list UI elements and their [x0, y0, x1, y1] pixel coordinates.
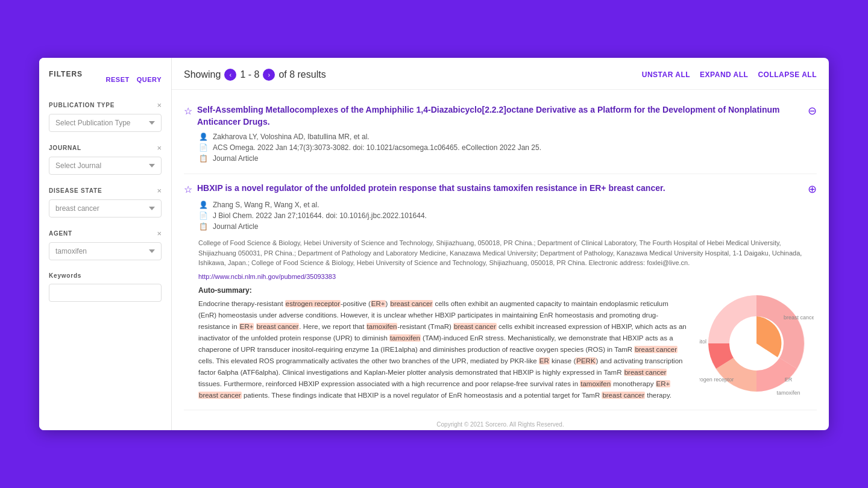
publication-type-filter: PUBLICATION TYPE × Select Publication Ty…	[49, 101, 162, 132]
highlight-breast-cancer-3: breast cancer	[453, 323, 497, 330]
journal-close[interactable]: ×	[157, 144, 162, 152]
svg-text:tamoxifen: tamoxifen	[776, 390, 800, 396]
agent-close[interactable]: ×	[157, 230, 162, 237]
table-row: ☆ HBXIP is a novel regulator of the unfo…	[184, 174, 817, 410]
agent-select[interactable]: tamoxifen	[49, 242, 162, 260]
publication-type-label: PUBLICATION TYPE	[49, 102, 115, 108]
next-page-button[interactable]: ›	[263, 69, 275, 81]
svg-text:breast cancer: breast cancer	[784, 314, 814, 321]
disease-state-close[interactable]: ×	[157, 187, 162, 195]
copyright-bar: Copyright © 2021 Sorcero. All Rights Res…	[172, 416, 829, 430]
agent-label: AGENT	[49, 230, 72, 237]
top-bar-actions: UNSTAR ALL EXPAND ALL COLLAPSE ALL	[642, 70, 817, 79]
result-meta: 👤 Zhang S, Wang R, Wang X, et al. 📄 J Bi…	[198, 201, 817, 231]
publication-type-close[interactable]: ×	[157, 101, 162, 109]
collapse-all-button[interactable]: COLLAPSE ALL	[758, 70, 817, 79]
type-icon: 📋	[198, 222, 208, 231]
authors-text: Zakharova LY, Voloshina AD, Ibatullina M…	[213, 133, 370, 141]
keywords-label: Keywords	[49, 272, 162, 279]
main-content: Showing ‹ 1 - 8 › of 8 results UNSTAR AL…	[172, 58, 829, 430]
disease-state-select[interactable]: breast cancer	[49, 199, 162, 217]
highlight-tamoxifen-1: tamoxifen	[366, 323, 398, 330]
journal-icon: 📄	[198, 211, 208, 220]
article-expanded: College of Food Science & Biology, Hebei…	[198, 238, 817, 401]
journal-text: J Biol Chem. 2022 Jan 27;101644. doi: 10…	[213, 211, 427, 220]
highlight-tamoxifen-3: tamoxifen	[580, 380, 611, 387]
total-results: of 8 results	[278, 69, 326, 80]
journal-text: ACS Omega. 2022 Jan 14;7(3):3073-3082. d…	[213, 143, 541, 152]
result-title[interactable]: HBXIP is a novel regulator of the unfold…	[197, 183, 798, 195]
page-range: 1 - 8	[240, 69, 259, 80]
highlight-breast-cancer-4: breast cancer	[634, 346, 678, 353]
result-meta: 👤 Zakharova LY, Voloshina AD, Ibatullina…	[198, 133, 817, 163]
journal-filter: JOURNAL × Select Journal	[49, 144, 162, 175]
disease-state-label: DISEASE STATE	[49, 187, 102, 194]
highlight-breast-cancer-6: breast cancer	[198, 392, 242, 399]
highlight-er-plus-2: ER+	[239, 323, 254, 330]
keywords-input[interactable]	[49, 284, 162, 302]
highlight-breast-cancer-2: breast cancer	[256, 323, 300, 330]
disease-state-filter: DISEASE STATE × breast cancer	[49, 187, 162, 217]
author-icon: 👤	[198, 201, 208, 209]
keywords-filter: Keywords	[49, 272, 162, 302]
type-text: Journal Article	[213, 154, 258, 163]
showing-info: Showing ‹ 1 - 8 › of 8 results	[184, 69, 326, 81]
author-icon: 👤	[198, 133, 208, 141]
svg-text:ER: ER	[785, 377, 793, 383]
journal-icon: 📄	[198, 143, 208, 152]
highlight-breast-cancer-5: breast cancer	[624, 369, 667, 376]
highlight-breast-cancer-1: breast cancer	[390, 300, 433, 307]
auto-summary-title: Auto-summary:	[198, 286, 687, 295]
chart-column: breast cancer ER estrogen receptor inosi…	[696, 286, 817, 401]
results-list: ☆ Self-Assembling Metallocomplexes of th…	[172, 90, 829, 416]
star-icon[interactable]: ☆	[184, 105, 192, 117]
keyword-chart: breast cancer ER estrogen receptor inosi…	[699, 286, 814, 401]
authors-text: Zhang S, Wang R, Wang X, et al.	[213, 201, 319, 209]
svg-text:inositol: inositol	[699, 339, 706, 345]
highlight-er-plus-3: ER+	[656, 380, 671, 387]
journal-label: JOURNAL	[49, 145, 81, 151]
showing-label: Showing	[184, 69, 221, 80]
table-row: ☆ Self-Assembling Metallocomplexes of th…	[184, 96, 817, 174]
query-button[interactable]: QUERY	[137, 76, 162, 83]
unstar-all-button[interactable]: UNSTAR ALL	[642, 70, 690, 79]
svg-text:estrogen receptor: estrogen receptor	[699, 377, 734, 383]
journal-select[interactable]: Select Journal	[49, 157, 162, 175]
star-icon[interactable]: ☆	[184, 184, 192, 195]
affiliation-text: College of Food Science & Biology, Hebei…	[198, 238, 817, 268]
highlight-er-plus: ER+	[371, 300, 386, 307]
sidebar-title: FILTERS	[49, 70, 83, 78]
auto-summary-text: Endocrine therapy-resistant estrogen rec…	[198, 298, 687, 401]
sidebar: FILTERS RESET QUERY PUBLICATION TYPE × S…	[39, 58, 172, 430]
top-bar: Showing ‹ 1 - 8 › of 8 results UNSTAR AL…	[172, 58, 829, 90]
type-text: Journal Article	[213, 222, 258, 231]
copyright-text: Copyright © 2021 Sorcero. All Rights Res…	[436, 421, 564, 428]
agent-filter: AGENT × tamoxifen	[49, 230, 162, 260]
collapse-button[interactable]: ⊖	[808, 104, 817, 117]
collapse-button[interactable]: ⊕	[808, 183, 817, 196]
article-link[interactable]: http://www.ncbi.nlm.nih.gov/pubmed/35093…	[198, 273, 817, 280]
prev-page-button[interactable]: ‹	[224, 69, 236, 81]
publication-type-select[interactable]: Select Publication Type	[49, 114, 162, 132]
highlight-er-kinase: ER	[539, 357, 550, 364]
reset-button[interactable]: RESET	[106, 76, 130, 83]
highlight-estrogen-receptor: estrogen receptor	[285, 300, 341, 307]
highlight-perk: PERK	[576, 357, 596, 364]
highlight-tamoxifen-2: tamoxifen	[389, 334, 421, 342]
result-title[interactable]: Self-Assembling Metallocomplexes of the …	[197, 104, 798, 128]
type-icon: 📋	[198, 154, 208, 163]
highlight-breast-cancer-7: breast cancer	[602, 392, 645, 399]
expand-all-button[interactable]: EXPAND ALL	[700, 70, 748, 79]
